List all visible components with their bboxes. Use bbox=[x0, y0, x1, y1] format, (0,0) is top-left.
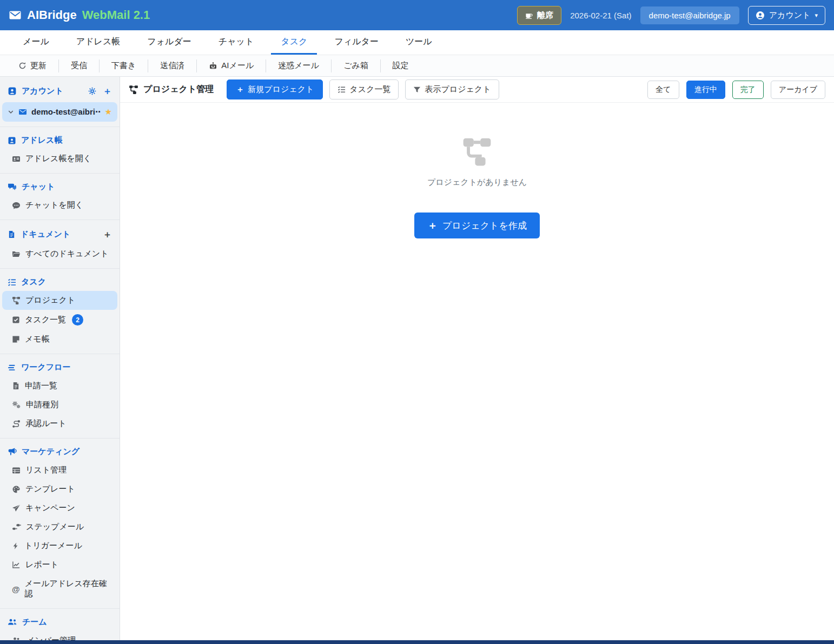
filter-all-button[interactable]: 全て bbox=[647, 81, 679, 99]
envelope-icon bbox=[18, 108, 27, 116]
check-square-icon bbox=[12, 316, 20, 324]
settings-button[interactable]: 設定 bbox=[381, 59, 421, 72]
show-project-button[interactable]: 表示プロジェクト bbox=[405, 79, 499, 99]
spam-button[interactable]: 迷惑メール bbox=[266, 59, 332, 72]
task-list-button[interactable]: タスク一覧 bbox=[329, 79, 399, 99]
tab-folders[interactable]: フォルダー bbox=[137, 30, 201, 55]
sidebar-item-list-management[interactable]: リスト管理 bbox=[0, 461, 120, 480]
mail-toolbar: 更新 受信 下書き 送信済 AIメール 迷惑メール ごみ箱 設定 bbox=[0, 55, 834, 77]
user-icon bbox=[8, 87, 17, 96]
sidebar-item-task-list[interactable]: タスク一覧 2 bbox=[0, 310, 120, 330]
brand: AIBridge WebMail 2.1 bbox=[9, 8, 150, 22]
section-chat-header: チャット bbox=[0, 178, 120, 196]
section-workflow: ワークフロー 申請一覧 申請種別 bbox=[0, 354, 120, 439]
sidebar-item-step-mail[interactable]: ステップメール bbox=[0, 517, 120, 536]
bottom-edge-bar bbox=[0, 640, 834, 644]
sidebar-item-open-chat[interactable]: チャットを開く bbox=[0, 196, 120, 215]
section-marketing: マーケティング リスト管理 テンプレート bbox=[0, 439, 120, 609]
folder-open-icon bbox=[12, 250, 21, 258]
section-documents-header: ドキュメント ＋ bbox=[0, 224, 120, 244]
plus-icon[interactable]: ＋ bbox=[103, 85, 112, 97]
section-account: アカウント ＋ demo-test@aibri⋯ bbox=[0, 77, 120, 127]
ai-mail-button[interactable]: AIメール bbox=[197, 59, 266, 72]
sidebar-item-email-verification[interactable]: @ メールアドレス存在確認 bbox=[0, 574, 120, 603]
sidebar-item-projects[interactable]: プロジェクト bbox=[2, 291, 117, 310]
app-window: AIBridge WebMail 2.1 離席 2026-02-21 (Sat)… bbox=[0, 0, 834, 644]
stream-icon bbox=[8, 363, 16, 372]
section-workflow-header: ワークフロー bbox=[0, 358, 120, 376]
refresh-button[interactable]: 更新 bbox=[6, 59, 59, 72]
content-header: プロジェクト管理 ＋ 新規プロジェクト タスク一覧 表示プロジェクト bbox=[120, 77, 834, 103]
comment-dots-icon bbox=[12, 201, 21, 210]
section-tasks: タスク プロジェクト タスク一覧 2 bbox=[0, 269, 120, 354]
gear-icon[interactable] bbox=[88, 87, 96, 95]
empty-state-message: プロジェクトがありません bbox=[427, 177, 527, 188]
sidebar-item-all-documents[interactable]: すべてのドキュメント bbox=[0, 244, 120, 263]
paper-plane-icon bbox=[12, 504, 21, 513]
sidebar-item-request-types[interactable]: 申請種別 bbox=[0, 395, 120, 414]
plus-icon: ＋ bbox=[236, 84, 244, 95]
star-icon[interactable]: ★ bbox=[105, 107, 112, 117]
section-tasks-header: タスク bbox=[0, 273, 120, 291]
note-icon bbox=[12, 335, 20, 343]
trash-button[interactable]: ごみ箱 bbox=[332, 59, 381, 72]
section-account-header: アカウント ＋ bbox=[0, 81, 120, 101]
tab-chat[interactable]: チャット bbox=[209, 30, 264, 55]
logged-in-email: demo-test@aibridge.jp bbox=[640, 6, 739, 24]
chevron-down-icon bbox=[8, 109, 14, 115]
sent-button[interactable]: 送信済 bbox=[148, 59, 197, 72]
plus-icon: ＋ bbox=[427, 218, 438, 233]
file-icon bbox=[8, 230, 16, 238]
filter-in-progress-button[interactable]: 進行中 bbox=[686, 81, 725, 99]
filter-archive-button[interactable]: アーカイブ bbox=[771, 81, 825, 99]
sidebar-item-notepad[interactable]: メモ帳 bbox=[0, 330, 120, 349]
sidebar: アカウント ＋ demo-test@aibri⋯ bbox=[0, 77, 120, 644]
tab-mail[interactable]: メール bbox=[13, 30, 59, 55]
create-project-button[interactable]: ＋ プロジェクトを作成 bbox=[414, 213, 540, 238]
chevron-down-icon: ▾ bbox=[815, 12, 818, 19]
gears-icon bbox=[12, 400, 21, 409]
account-menu-label: アカウント bbox=[769, 10, 811, 21]
empty-state: プロジェクトがありません ＋ プロジェクトを作成 bbox=[120, 136, 834, 238]
person-circle-icon bbox=[756, 11, 765, 20]
plus-icon[interactable]: ＋ bbox=[103, 228, 112, 241]
tab-tools[interactable]: ツール bbox=[396, 30, 442, 55]
new-project-button[interactable]: ＋ 新規プロジェクト bbox=[227, 79, 323, 99]
robot-icon bbox=[209, 62, 217, 70]
comments-icon bbox=[8, 182, 17, 191]
palette-icon bbox=[12, 485, 21, 494]
table-list-icon bbox=[12, 466, 21, 475]
project-diagram-icon bbox=[12, 296, 21, 305]
tab-filters[interactable]: フィルター bbox=[325, 30, 388, 55]
bullhorn-icon bbox=[8, 447, 17, 456]
filter-done-button[interactable]: 完了 bbox=[732, 81, 764, 99]
inbox-button[interactable]: 受信 bbox=[59, 59, 100, 72]
sidebar-item-request-list[interactable]: 申請一覧 bbox=[0, 376, 120, 395]
list-check-icon bbox=[337, 85, 346, 94]
section-chat: チャット チャットを開く bbox=[0, 174, 120, 220]
sidebar-item-campaigns[interactable]: キャンペーン bbox=[0, 499, 120, 517]
filter-icon bbox=[413, 86, 421, 94]
main-nav-tabs: メール アドレス帳 フォルダー チャット タスク フィルター ツール bbox=[0, 30, 834, 55]
refresh-icon bbox=[18, 62, 27, 70]
bolt-icon bbox=[12, 542, 19, 550]
at-icon: @ bbox=[12, 585, 20, 593]
drafts-button[interactable]: 下書き bbox=[100, 59, 148, 72]
users-icon bbox=[8, 618, 17, 626]
sidebar-item-templates[interactable]: テンプレート bbox=[0, 480, 120, 499]
sidebar-item-trigger-mail[interactable]: トリガーメール bbox=[0, 536, 120, 555]
sidebar-item-account-email[interactable]: demo-test@aibri⋯ ★ bbox=[2, 102, 117, 122]
chart-line-icon bbox=[12, 561, 21, 569]
route-icon bbox=[12, 420, 21, 428]
section-team: チーム メンバー管理 bbox=[0, 609, 120, 644]
sidebar-item-open-addressbook[interactable]: アドレス帳を開く bbox=[0, 149, 120, 168]
tab-tasks[interactable]: タスク bbox=[271, 30, 317, 55]
tab-addressbook[interactable]: アドレス帳 bbox=[67, 30, 130, 55]
away-status-badge[interactable]: 離席 bbox=[517, 6, 561, 25]
sidebar-item-approval-route[interactable]: 承認ルート bbox=[0, 414, 120, 433]
project-diagram-icon bbox=[129, 85, 138, 95]
account-menu-button[interactable]: アカウント ▾ bbox=[748, 6, 825, 25]
away-status-label: 離席 bbox=[537, 10, 553, 21]
sidebar-item-reports[interactable]: レポート bbox=[0, 555, 120, 574]
header-right-group: 離席 2026-02-21 (Sat) demo-test@aibridge.j… bbox=[517, 6, 825, 25]
